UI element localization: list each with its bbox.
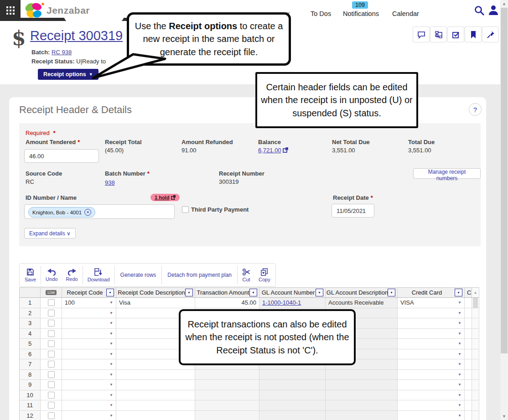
help-button[interactable]: ? — [469, 103, 482, 116]
row-checkbox[interactable] — [41, 380, 62, 390]
row-checkbox-box[interactable] — [48, 371, 55, 378]
grid-scrollbar[interactable] — [472, 390, 479, 401]
row-checkbox-box[interactable] — [48, 310, 55, 316]
receipt-code-description-cell[interactable] — [116, 390, 195, 401]
row-checkbox[interactable] — [41, 400, 62, 411]
credit-card-cell[interactable]: ▼ — [398, 411, 465, 420]
dropdown-caret-icon[interactable]: ▼ — [458, 332, 461, 336]
undo-button[interactable]: Undo — [41, 265, 62, 285]
receipt-code-cell[interactable]: 100▼ — [62, 298, 116, 308]
row-checkbox[interactable] — [41, 329, 62, 339]
grid-scrollbar[interactable] — [472, 400, 479, 411]
amount-tendered-input[interactable] — [24, 149, 99, 163]
nav-item-notifications[interactable]: Notifications — [343, 10, 379, 17]
detach-from-payment-plan-button[interactable]: Detach from payment plan — [162, 265, 237, 285]
row-checkbox-box[interactable] — [48, 402, 55, 409]
generate-rows-button[interactable]: Generate rows — [115, 265, 161, 285]
dropdown-caret-icon[interactable]: ▼ — [109, 362, 113, 366]
grid-scrollbar[interactable] — [472, 380, 479, 390]
filter-icon[interactable]: ▼ — [388, 289, 395, 296]
receipt-code-description-cell[interactable] — [116, 370, 195, 380]
app-menu-button[interactable] — [0, 0, 21, 21]
gl-account-number-cell[interactable]: 1-1000-1040-1 — [259, 298, 326, 308]
row-checkbox[interactable] — [41, 339, 62, 349]
receipt-code-cell[interactable]: ▼ — [62, 411, 116, 420]
bookmark-button[interactable] — [465, 26, 482, 42]
dropdown-caret-icon[interactable]: ▼ — [109, 311, 113, 315]
batch-link[interactable]: RC 938 — [52, 49, 72, 56]
row-checkbox[interactable] — [41, 390, 62, 401]
credit-card-cell[interactable]: ▼ — [398, 349, 465, 360]
receipt-code-description-cell[interactable]: Visa — [116, 298, 195, 308]
row-checkbox-box[interactable] — [48, 299, 55, 306]
grid-scrollbar-top[interactable]: ▲ — [472, 288, 479, 297]
grid-scrollbar[interactable] — [472, 339, 479, 349]
dropdown-caret-icon[interactable]: ▼ — [458, 373, 461, 377]
save-button[interactable]: Save — [21, 265, 40, 285]
receipt-code-cell[interactable]: ▼ — [62, 318, 116, 329]
dropdown-caret-icon[interactable]: ▼ — [458, 393, 461, 397]
transaction-amount-cell[interactable] — [195, 390, 259, 401]
row-checkbox-box[interactable] — [48, 351, 55, 358]
receipt-code-cell[interactable]: ▼ — [62, 370, 116, 380]
scroll-up-icon[interactable]: ▲ — [500, 1, 508, 6]
id-number-name-input[interactable]: Knighton, Bob - 4001 ✕ — [24, 204, 175, 219]
column-header[interactable]: Transaction Amount▼ — [195, 288, 259, 297]
user-profile-icon[interactable] — [488, 5, 499, 16]
credit-card-cell[interactable]: ▼ — [398, 359, 465, 370]
grid-scrollbar[interactable] — [472, 318, 479, 329]
receipt-code-cell[interactable]: ▼ — [62, 308, 116, 319]
dropdown-caret-icon[interactable]: ▼ — [458, 403, 461, 407]
transaction-amount-cell[interactable] — [195, 370, 259, 380]
balance-link[interactable]: 6,721.00 — [258, 147, 281, 154]
batch-number-link[interactable]: 938 — [105, 179, 115, 186]
transaction-amount-cell[interactable]: 45.00 — [195, 298, 259, 308]
grid-scrollbar[interactable] — [472, 298, 479, 308]
grid-scrollbar[interactable] — [472, 349, 479, 360]
receipt-code-description-cell[interactable] — [116, 411, 195, 420]
receipt-code-description-cell[interactable] — [116, 400, 195, 411]
redo-button[interactable]: Redo — [62, 265, 82, 285]
dropdown-caret-icon[interactable]: ▼ — [109, 352, 113, 356]
dropdown-caret-icon[interactable]: ▼ — [458, 362, 461, 366]
grid-scrollbar[interactable] — [472, 359, 479, 370]
dropdown-caret-icon[interactable]: ▼ — [109, 301, 113, 305]
row-checkbox-box[interactable] — [48, 340, 55, 347]
hold-badge[interactable]: 1 hold — [150, 194, 180, 201]
receipt-date-input[interactable] — [332, 204, 374, 218]
dropdown-caret-icon[interactable]: ▼ — [109, 342, 113, 346]
row-checkbox-box[interactable] — [48, 392, 55, 399]
dropdown-caret-icon[interactable]: ▼ — [458, 342, 461, 346]
grid-scrollbar[interactable] — [472, 411, 479, 420]
receipt-code-cell[interactable]: ▼ — [62, 339, 116, 349]
row-checkbox[interactable] — [41, 318, 62, 329]
dropdown-caret-icon[interactable]: ▼ — [458, 352, 461, 356]
row-checkbox-box[interactable] — [48, 330, 55, 337]
filter-icon[interactable]: ▼ — [455, 289, 462, 296]
gl-account-link[interactable]: 1-1000-1040-1 — [262, 299, 301, 306]
column-header[interactable]: GL Account Number▼ — [259, 288, 326, 297]
dropdown-caret-icon[interactable]: ▼ — [109, 332, 113, 336]
download-button[interactable]: Download — [83, 265, 114, 285]
nav-item-todos[interactable]: To Dos — [311, 10, 331, 17]
credit-card-cell[interactable]: ▼ — [398, 400, 465, 411]
dropdown-caret-icon[interactable]: ▼ — [109, 321, 113, 325]
jenzabar-logo-text[interactable]: Jenzabar — [47, 5, 90, 16]
grid-scrollbar-thumb[interactable] — [473, 298, 478, 308]
credit-card-cell[interactable]: ▼ — [398, 339, 465, 349]
scrollbar-thumb[interactable] — [501, 8, 508, 353]
credit-card-cell[interactable]: ▼ — [398, 318, 465, 329]
dropdown-caret-icon[interactable]: ▼ — [109, 383, 113, 387]
row-checkbox[interactable] — [41, 308, 62, 319]
row-checkbox-box[interactable] — [48, 361, 55, 368]
grid-scrollbar[interactable] — [472, 329, 479, 339]
transaction-amount-cell[interactable] — [195, 380, 259, 390]
filter-icon[interactable]: ▼ — [185, 289, 193, 296]
nav-item-calendar[interactable]: Calendar — [392, 10, 419, 17]
search-icon[interactable] — [474, 5, 485, 16]
dropdown-caret-icon[interactable]: ▼ — [109, 414, 113, 418]
receipt-code-cell[interactable]: ▼ — [62, 359, 116, 370]
credit-card-cell[interactable]: ▼ — [398, 380, 465, 390]
third-party-payment-checkbox[interactable] — [182, 206, 189, 213]
grid-scrollbar[interactable] — [472, 370, 479, 380]
